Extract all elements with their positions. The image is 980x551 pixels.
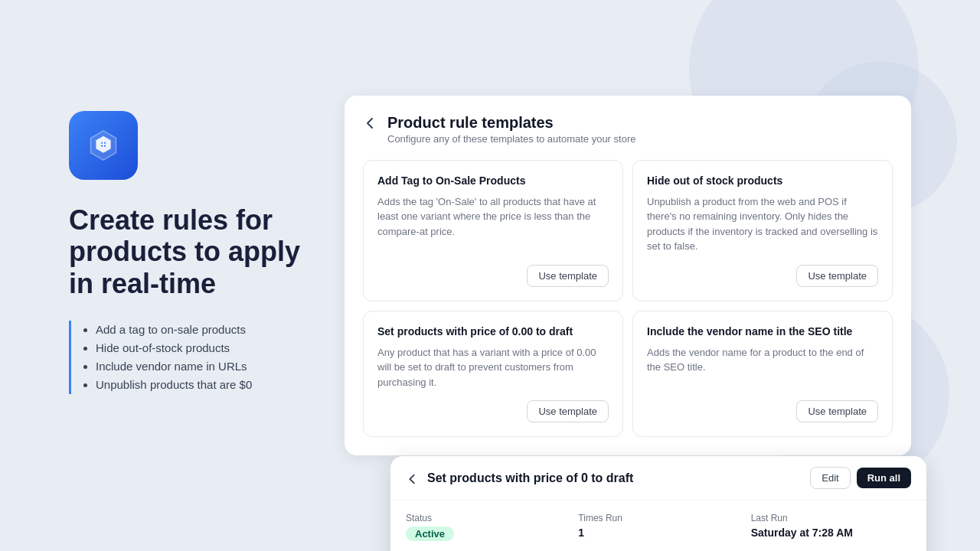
times-run-group: Times Run 1 [578, 513, 738, 541]
right-panel: Product rule templates Configure any of … [345, 96, 911, 456]
times-run-label: Times Run [578, 513, 738, 523]
feature-list-item: Add a tag to on-sale products [96, 321, 314, 339]
overlay-back-button[interactable] [406, 472, 420, 486]
template-title-1: Add Tag to On-Sale Products [377, 174, 609, 187]
header-text: Product rule templates Configure any of … [387, 114, 635, 145]
feature-list-item: Include vendor name in URLs [96, 357, 314, 376]
status-group: Status Active [406, 513, 566, 541]
use-template-button-3[interactable]: Use template [527, 400, 609, 422]
overlay-header-left: Set products with price of 0 to draft [406, 471, 633, 486]
run-all-button[interactable]: Run all [857, 468, 911, 488]
overlay-header: Set products with price of 0 to draft Ed… [390, 456, 926, 500]
last-run-value: Saturday at 7:28 AM [751, 527, 911, 539]
overlay-title: Set products with price of 0 to draft [427, 471, 633, 485]
overlay-actions: Edit Run all [810, 467, 911, 489]
feature-list-item: Hide out-of-stock products [96, 339, 314, 357]
template-desc-2: Unpublish a product from the web and POS… [647, 194, 878, 254]
left-panel: Create rules for products to apply in re… [69, 96, 314, 394]
status-label: Status [406, 513, 566, 523]
use-template-button-1[interactable]: Use template [527, 265, 609, 287]
overlay-card: Set products with price of 0 to draft Ed… [390, 456, 926, 551]
template-title-4: Include the vendor name in the SEO title [647, 325, 878, 337]
feature-list-item: Unpublish products that are $0 [96, 376, 314, 394]
template-desc-4: Adds the vendor name for a product to th… [647, 345, 878, 390]
times-run-value: 1 [578, 527, 738, 539]
card-subtitle: Configure any of these templates to auto… [387, 133, 635, 145]
edit-button[interactable]: Edit [810, 467, 850, 489]
main-card: Product rule templates Configure any of … [345, 96, 911, 456]
template-title-3: Set products with price of 0.00 to draft [377, 325, 609, 337]
last-run-group: Last Run Saturday at 7:28 AM [751, 513, 911, 541]
back-button[interactable] [363, 116, 378, 131]
template-desc-3: Any product that has a variant with a pr… [377, 345, 609, 390]
template-title-2: Hide out of stock products [647, 174, 878, 187]
page-container: Create rules for products to apply in re… [69, 96, 911, 456]
hexagon-icon [87, 129, 120, 162]
hero-title: Create rules for products to apply in re… [69, 204, 314, 299]
template-card-1: Add Tag to On-Sale ProductsAdds the tag … [363, 160, 623, 302]
overlay-body: Status Active Times Run 1 Last Run Satur… [390, 500, 926, 551]
status-badge: Active [406, 527, 454, 541]
templates-grid: Add Tag to On-Sale ProductsAdds the tag … [363, 160, 893, 438]
template-card-2: Hide out of stock productsUnpublish a pr… [632, 160, 893, 302]
use-template-button-2[interactable]: Use template [796, 265, 878, 287]
card-header: Product rule templates Configure any of … [363, 114, 893, 145]
template-desc-1: Adds the tag 'On-Sale' to all products t… [377, 194, 609, 254]
feature-list: Add a tag to on-sale productsHide out-of… [69, 321, 314, 394]
last-run-label: Last Run [751, 513, 911, 523]
template-card-4: Include the vendor name in the SEO title… [632, 311, 893, 438]
card-title: Product rule templates [387, 114, 635, 132]
use-template-button-4[interactable]: Use template [796, 400, 878, 422]
template-card-3: Set products with price of 0.00 to draft… [363, 311, 623, 438]
app-logo [69, 111, 138, 180]
